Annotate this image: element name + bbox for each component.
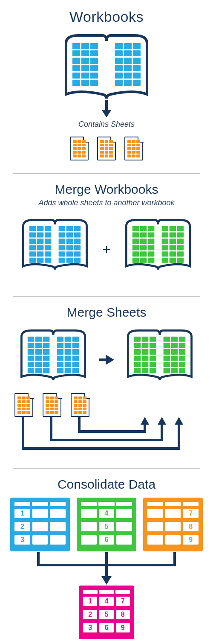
merge-flow-arrows [9, 417, 204, 464]
cell [50, 509, 66, 518]
cell [147, 522, 163, 531]
cell: 1 [14, 509, 30, 518]
workbook-blue-icon [17, 215, 94, 274]
cell: 6 [99, 623, 113, 632]
data-table-green: 456 [77, 498, 136, 551]
section-consolidate-data: Consolidate Data 123456789 147258369 [0, 469, 213, 644]
result-table: 147258369 [9, 586, 204, 639]
contains-sheets-caption: Contains Sheets [9, 120, 204, 129]
consolidate-flow-arrows [9, 552, 204, 586]
arrow-down-icon [100, 100, 113, 117]
cell [32, 522, 48, 531]
cell: 7 [116, 597, 130, 606]
section-merge-sheets: Merge Sheets [0, 297, 213, 468]
cell [50, 522, 66, 531]
data-table-orange: 789 [143, 498, 203, 551]
sheet-files-row [9, 137, 204, 160]
cell [81, 535, 97, 545]
cell: 2 [14, 522, 30, 531]
workbook-green-icon [121, 326, 199, 385]
cell [32, 509, 48, 518]
svg-marker-1 [101, 110, 112, 117]
cell [116, 522, 132, 531]
svg-marker-4 [141, 417, 149, 425]
cell [116, 509, 132, 518]
merge-workbooks-caption: Adds whole sheets to another workbook [9, 198, 204, 207]
cell: 4 [99, 509, 115, 518]
arrow-right-icon [99, 353, 114, 366]
cell: 8 [116, 610, 130, 619]
merge-workbooks-title: Merge Workbooks [9, 182, 204, 197]
section-workbooks: Workbooks Contains Sheets [0, 0, 213, 173]
sheet-file-icon [14, 393, 33, 417]
sheet-file-icon [71, 393, 89, 417]
workbooks-title: Workbooks [9, 9, 204, 25]
sheet-file-icon [70, 137, 89, 160]
cell: 3 [14, 535, 30, 545]
cell: 6 [99, 535, 115, 545]
cell: 4 [99, 597, 113, 606]
svg-marker-3 [106, 355, 114, 365]
cell [81, 522, 97, 531]
svg-marker-7 [101, 576, 112, 585]
cell: 5 [99, 610, 113, 619]
cell: 1 [83, 597, 97, 606]
cell: 9 [183, 535, 199, 545]
cell: 2 [83, 610, 97, 619]
cell [165, 535, 181, 545]
workbook-blue-icon [15, 326, 92, 385]
svg-marker-5 [158, 417, 166, 425]
cell: 9 [116, 623, 130, 632]
workbook-icon [58, 30, 155, 103]
cell [165, 522, 181, 531]
cell [147, 535, 163, 545]
sheet-file-icon [124, 137, 143, 160]
cell: 7 [183, 509, 199, 518]
data-table-pink: 147258369 [79, 586, 134, 639]
workbook-green-icon [120, 215, 197, 274]
sheet-file-icon [43, 393, 61, 417]
merge-sheets-title: Merge Sheets [9, 305, 204, 320]
section-merge-workbooks: Merge Workbooks Adds whole sheets to ano… [0, 174, 213, 296]
cell: 5 [99, 522, 115, 531]
cell [32, 535, 48, 545]
cell: 8 [183, 522, 199, 531]
cell [147, 509, 163, 518]
consolidate-data-title: Consolidate Data [9, 477, 204, 492]
data-table-blue: 123 [10, 498, 70, 551]
svg-marker-6 [175, 417, 183, 425]
plus-operator: + [102, 241, 111, 258]
cell [81, 509, 97, 518]
sheet-file-icon [97, 137, 116, 160]
merge-sheets-files [9, 393, 204, 417]
source-tables-row: 123456789 [9, 498, 204, 551]
cell [165, 509, 181, 518]
cell: 3 [83, 623, 97, 632]
cell [116, 535, 132, 545]
cell [50, 535, 66, 545]
